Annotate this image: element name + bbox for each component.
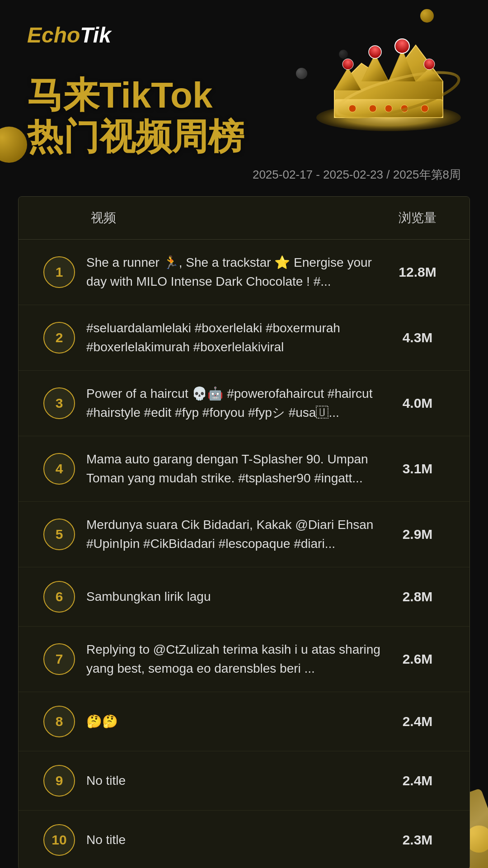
rank-badge: 9 [43,765,75,797]
rank-col: 8 [37,706,82,737]
views-count: 2.4M [384,773,451,788]
views-count: 12.8M [384,264,451,280]
views-count: 2.6M [384,651,451,667]
table-header: 视频 浏览量 [19,197,469,240]
video-title: No title [82,830,384,849]
rank-badge: 6 [43,581,75,613]
video-title: No title [82,771,384,790]
date-range: 2025-02-17 - 2025-02-23 / 2025年第8周 [0,158,488,183]
rank-col: 4 [37,453,82,485]
rank-badge: 7 [43,643,75,675]
video-title: She a runner 🏃, She a trackstar ⭐ Energi… [82,253,384,291]
rank-col: 1 [37,256,82,288]
rank-col: 3 [37,387,82,419]
video-title: Sambungkan lirik lagu [82,587,384,606]
table-row: 2 #seluardalamlelaki #boxerlelaki #boxer… [19,305,469,371]
logo-tik: Tik [80,23,111,47]
table-row: 10 No title 2.3M [19,811,469,868]
header-views-col: 浏览量 [384,209,451,226]
rank-col: 7 [37,643,82,675]
title-line1: 马来TikTok [27,75,461,116]
table-row: 8 🤔🤔 2.4M [19,692,469,751]
rank-badge: 8 [43,706,75,737]
rank-col: 5 [37,519,82,550]
rank-badge: 1 [43,256,75,288]
main-title: 马来TikTok 热门视频周榜 [27,75,461,158]
rank-badge: 2 [43,322,75,354]
title-line2: 热门视频周榜 [27,116,461,158]
rank-badge: 4 [43,453,75,485]
views-count: 4.3M [384,330,451,345]
rank-badge: 3 [43,387,75,419]
header-video-col: 视频 [82,209,384,226]
video-title: Merdunya suara Cik Bidadari, Kakak @Diar… [82,515,384,553]
video-title: #seluardalamlelaki #boxerlelaki #boxermu… [82,319,384,357]
rank-col: 9 [37,765,82,797]
logo: EchoTik [27,23,111,47]
table-body: 1 She a runner 🏃, She a trackstar ⭐ Ener… [19,240,469,868]
table-row: 4 Mama auto garang dengan T-Splasher 90.… [19,436,469,502]
rank-col: 6 [37,581,82,613]
rank-col: 10 [37,824,82,856]
rank-badge: 10 [43,824,75,856]
table-row: 5 Merdunya suara Cik Bidadari, Kakak @Di… [19,502,469,567]
table-row: 3 Power of a haircut 💀🤖 #powerofahaircut… [19,371,469,436]
video-title: 🤔🤔 [82,712,384,731]
table-row: 9 No title 2.4M [19,751,469,811]
views-count: 2.8M [384,589,451,604]
video-title: Replying to @CtZulizah terima kasih i u … [82,640,384,678]
video-title: Mama auto garang dengan T-Splasher 90. U… [82,450,384,488]
table-row: 7 Replying to @CtZulizah terima kasih i … [19,627,469,692]
title-section: 马来TikTok 热门视频周榜 [0,47,488,158]
video-title: Power of a haircut 💀🤖 #powerofahaircut #… [82,384,384,422]
table-row: 1 She a runner 🏃, She a trackstar ⭐ Ener… [19,240,469,305]
views-count: 4.0M [384,396,451,411]
views-count: 2.4M [384,714,451,729]
header: EchoTik [0,0,488,47]
views-count: 3.1M [384,461,451,476]
table-row: 6 Sambungkan lirik lagu 2.8M [19,567,469,627]
views-count: 2.9M [384,527,451,542]
rank-badge: 5 [43,519,75,550]
rankings-table: 视频 浏览量 1 She a runner 🏃, She a trackstar… [18,196,470,868]
views-count: 2.3M [384,832,451,848]
logo-echo: Echo [27,23,80,47]
rank-col: 2 [37,322,82,354]
